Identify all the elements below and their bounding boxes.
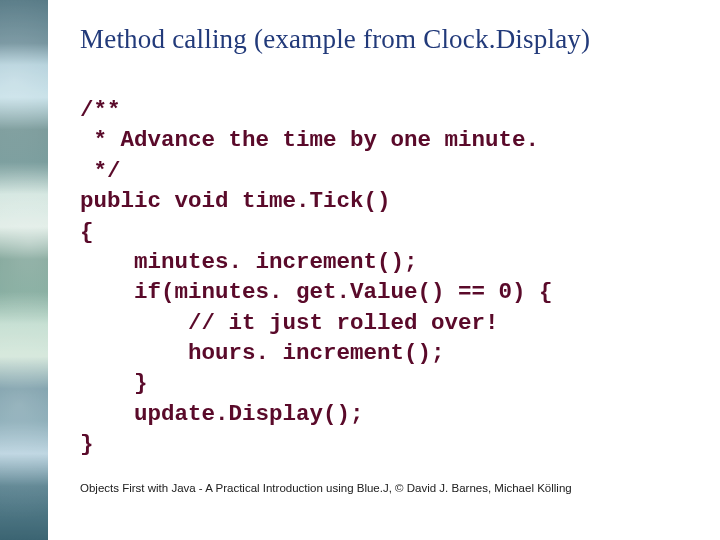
slide-footer: Objects First with Java - A Practical In… [80, 482, 572, 494]
slide-title: Method calling (example from Clock.Displ… [80, 24, 680, 55]
slide-content: Method calling (example from Clock.Displ… [0, 0, 720, 540]
code-block: /** * Advance the time by one minute. */… [80, 95, 680, 460]
